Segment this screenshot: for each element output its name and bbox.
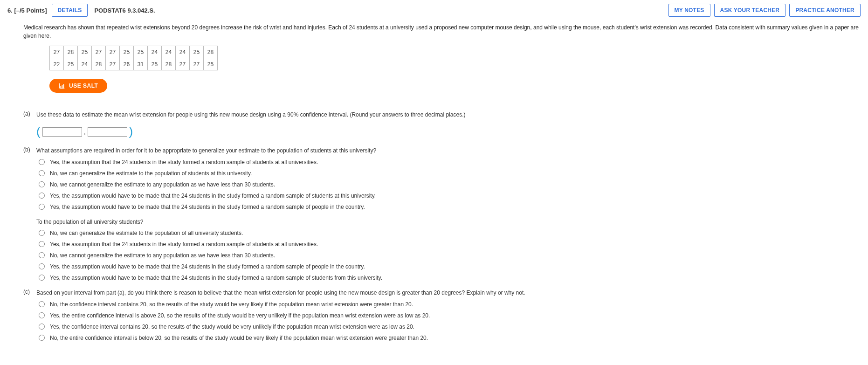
part-b1-option[interactable]: Yes, the assumption that the 24 students… xyxy=(36,158,861,166)
data-cell: 25 xyxy=(134,46,148,58)
svg-rect-2 xyxy=(63,84,64,89)
part-b2-radio[interactable] xyxy=(39,230,45,236)
data-cell: 27 xyxy=(106,58,120,70)
part-b1-radio[interactable] xyxy=(39,181,45,187)
part-b1-option[interactable]: No, we cannot generalize the estimate to… xyxy=(36,180,861,189)
part-b2-radio[interactable] xyxy=(39,275,45,281)
part-b2-option-text: No, we can generalize the estimate to th… xyxy=(50,229,243,237)
data-cell: 28 xyxy=(92,58,106,70)
part-c-option-text: Yes, the confidence interval contains 20… xyxy=(50,323,414,331)
ci-lower-input[interactable] xyxy=(42,127,82,137)
data-cell: 24 xyxy=(162,46,176,58)
question-number-points: 6. [–/5 Points] xyxy=(7,7,47,14)
question-header: 6. [–/5 Points] DETAILS PODSTAT6 9.3.042… xyxy=(7,4,861,17)
part-c-option-text: No, the entire confidence interval is be… xyxy=(50,334,428,342)
part-c-option-text: Yes, the entire confidence interval is a… xyxy=(50,311,430,320)
part-b2-option[interactable]: No, we cannot generalize the estimate to… xyxy=(36,251,861,260)
part-b2-radio[interactable] xyxy=(39,263,45,269)
part-b2-option[interactable]: Yes, the assumption would have to be mad… xyxy=(36,274,861,282)
part-b1-radio[interactable] xyxy=(39,193,45,199)
data-cell: 24 xyxy=(78,58,92,70)
data-cell: 25 xyxy=(204,58,218,70)
paren-close: ) xyxy=(129,122,133,142)
data-table: 272825272725252424242528 222524282726312… xyxy=(49,46,218,70)
part-c-text: Based on your interval from part (a), do… xyxy=(36,289,525,296)
part-b1-radio[interactable] xyxy=(39,159,45,165)
part-b1-option-text: Yes, the assumption would have to be mad… xyxy=(50,203,365,211)
part-b1-option-text: Yes, the assumption would have to be mad… xyxy=(50,192,376,200)
part-b-subquestion: To the population of all university stud… xyxy=(36,218,861,226)
use-salt-label: USE SALT xyxy=(69,83,98,89)
data-cell: 25 xyxy=(120,46,134,58)
part-b2-option[interactable]: No, we can generalize the estimate to th… xyxy=(36,229,861,237)
data-cell: 26 xyxy=(120,58,134,70)
part-c-radio[interactable] xyxy=(39,324,45,330)
part-b2-radio[interactable] xyxy=(39,252,45,258)
part-b1-option-text: No, we cannot generalize the estimate to… xyxy=(50,180,275,189)
data-cell: 28 xyxy=(204,46,218,58)
data-cell: 28 xyxy=(64,46,78,58)
details-button[interactable]: DETAILS xyxy=(52,4,88,17)
paren-open: ( xyxy=(36,122,41,142)
part-b2-option-text: Yes, the assumption would have to be mad… xyxy=(50,274,382,282)
part-b1-radio[interactable] xyxy=(39,204,45,210)
part-c-option[interactable]: Yes, the confidence interval contains 20… xyxy=(36,323,861,331)
data-cell: 28 xyxy=(162,58,176,70)
part-b1-option[interactable]: Yes, the assumption would have to be mad… xyxy=(36,192,861,200)
svg-rect-1 xyxy=(62,85,63,88)
part-c-option[interactable]: No, the confidence interval contains 20,… xyxy=(36,300,861,309)
svg-rect-0 xyxy=(61,86,62,88)
data-cell: 27 xyxy=(92,46,106,58)
question-source: PODSTAT6 9.3.042.S. xyxy=(94,7,155,14)
part-c-label: (c) xyxy=(23,289,36,297)
data-cell: 25 xyxy=(78,46,92,58)
use-salt-button[interactable]: USE SALT xyxy=(49,79,107,93)
part-a-label: (a) xyxy=(23,110,36,142)
part-b-text: What assumptions are required in order f… xyxy=(36,147,376,154)
part-b1-radio[interactable] xyxy=(39,170,45,176)
data-cell: 27 xyxy=(106,46,120,58)
part-c-radio[interactable] xyxy=(39,312,45,318)
part-b2-option-text: Yes, the assumption that the 24 students… xyxy=(50,240,318,248)
data-cell: 25 xyxy=(190,46,204,58)
part-c-option-text: No, the confidence interval contains 20,… xyxy=(50,300,413,309)
data-cell: 27 xyxy=(176,58,190,70)
part-b1-option-text: Yes, the assumption that the 24 students… xyxy=(50,158,318,166)
part-c-option[interactable]: No, the entire confidence interval is be… xyxy=(36,334,861,342)
part-b2-option[interactable]: Yes, the assumption that the 24 students… xyxy=(36,240,861,248)
part-c-radio[interactable] xyxy=(39,335,45,341)
data-cell: 27 xyxy=(50,46,64,58)
data-cell: 24 xyxy=(148,46,162,58)
data-cell: 31 xyxy=(134,58,148,70)
part-b2-option-text: Yes, the assumption would have to be mad… xyxy=(50,262,365,271)
part-b-label: (b) xyxy=(23,146,36,155)
ci-upper-input[interactable] xyxy=(88,127,127,137)
part-b2-option-text: No, we cannot generalize the estimate to… xyxy=(50,251,275,260)
part-b2-option[interactable]: Yes, the assumption would have to be mad… xyxy=(36,262,861,271)
question-intro: Medical research has shown that repeated… xyxy=(23,23,861,40)
part-b1-option[interactable]: No, we can generalize the estimate to th… xyxy=(36,169,861,178)
data-cell: 25 xyxy=(64,58,78,70)
data-cell: 27 xyxy=(190,58,204,70)
my-notes-button[interactable]: MY NOTES xyxy=(668,4,710,17)
ask-teacher-button[interactable]: ASK YOUR TEACHER xyxy=(714,4,786,17)
ci-comma: , xyxy=(84,127,86,137)
confidence-interval-input: ( , ) xyxy=(36,122,861,142)
part-b2-radio[interactable] xyxy=(39,241,45,247)
part-c-radio[interactable] xyxy=(39,301,45,307)
data-cell: 25 xyxy=(148,58,162,70)
part-b1-option-text: No, we can generalize the estimate to th… xyxy=(50,169,252,178)
data-cell: 22 xyxy=(50,58,64,70)
part-c-option[interactable]: Yes, the entire confidence interval is a… xyxy=(36,311,861,320)
part-a-text: Use these data to estimate the mean wris… xyxy=(36,111,466,118)
part-b1-option[interactable]: Yes, the assumption would have to be mad… xyxy=(36,203,861,211)
practice-another-button[interactable]: PRACTICE ANOTHER xyxy=(789,4,861,17)
bar-chart-icon xyxy=(59,83,65,89)
data-cell: 24 xyxy=(176,46,190,58)
